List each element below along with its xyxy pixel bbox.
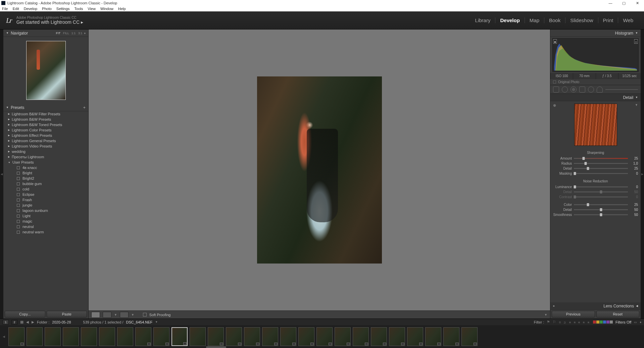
preset-item[interactable]: jungle xyxy=(3,202,88,208)
menu-view[interactable]: View xyxy=(88,7,96,11)
preset-item[interactable]: Bright2 xyxy=(3,176,88,181)
minimize-button[interactable]: — xyxy=(604,1,617,5)
filmstrip-thumb[interactable] xyxy=(443,327,459,346)
navigator-header[interactable]: ▼ Navigator FIT FILL 1:1 3:1 ♦ xyxy=(3,30,88,37)
slider-knob[interactable] xyxy=(600,190,602,193)
slider-track[interactable] xyxy=(574,196,628,197)
module-develop[interactable]: Develop xyxy=(495,17,524,23)
second-window-button[interactable]: 2 xyxy=(11,320,17,325)
preset-folder[interactable]: ▶Lightroom B&W Toned Presets xyxy=(3,122,88,127)
preset-folder[interactable]: ▶Lightroom General Presets xyxy=(3,138,88,143)
filter-icon-2[interactable]: ≥ xyxy=(564,320,566,324)
color-swatch[interactable] xyxy=(593,321,596,324)
preset-item[interactable]: bubble gum xyxy=(3,181,88,186)
detail-header[interactable]: Detail ▼ xyxy=(550,94,641,101)
reset-button[interactable]: Reset xyxy=(596,311,640,317)
filmstrip-thumb[interactable] xyxy=(45,327,61,346)
module-library[interactable]: Library xyxy=(470,17,495,23)
filters-off-label[interactable]: Filters Off xyxy=(615,320,631,324)
color-swatch[interactable] xyxy=(610,321,613,324)
adjustment-brush-tool[interactable] xyxy=(597,86,603,93)
preset-folder[interactable]: ▶Пресеты Lightroom xyxy=(3,154,88,160)
slider-knob[interactable] xyxy=(574,195,576,198)
filmstrip-thumb[interactable] xyxy=(244,327,260,346)
menu-settings[interactable]: Settings xyxy=(56,7,70,11)
crop-tool[interactable] xyxy=(553,86,559,93)
slider-value[interactable]: 50 xyxy=(628,213,638,217)
preset-item[interactable]: neutral warm xyxy=(3,229,88,235)
slider-value[interactable]: 0 xyxy=(628,195,638,199)
histogram-display[interactable] xyxy=(552,38,639,72)
filename-dropdown-icon[interactable]: ▼ xyxy=(155,321,158,324)
slider-value[interactable]: 50 xyxy=(628,208,638,212)
preset-folder-user[interactable]: ▼User Presets xyxy=(3,160,88,165)
module-print[interactable]: Print xyxy=(598,17,618,23)
zoom-dropdown-icon[interactable]: ♦ xyxy=(84,32,86,35)
filmstrip-thumb[interactable] xyxy=(190,327,206,346)
color-swatch[interactable] xyxy=(600,321,603,324)
tool-slider[interactable] xyxy=(605,89,638,90)
filmstrip-thumb[interactable] xyxy=(99,327,115,346)
filter-lock-icon[interactable]: ▭ xyxy=(634,321,637,324)
slider-knob[interactable] xyxy=(600,213,602,216)
slider-knob[interactable] xyxy=(574,172,576,175)
module-map[interactable]: Map xyxy=(525,17,544,23)
menu-develop[interactable]: Develop xyxy=(24,7,37,11)
nav-prev-icon[interactable]: ◀ xyxy=(26,320,29,324)
filmstrip-thumb[interactable] xyxy=(262,327,278,346)
slider-knob[interactable] xyxy=(600,208,602,211)
filmstrip-thumb[interactable] xyxy=(81,327,97,346)
preset-item[interactable]: Bright xyxy=(3,170,88,176)
module-web[interactable]: Web xyxy=(618,17,638,23)
slider-knob[interactable] xyxy=(574,185,576,188)
original-photo-row[interactable]: Original Photo xyxy=(550,79,641,85)
preset-item[interactable]: lagoon sunburn xyxy=(3,208,88,213)
filmstrip[interactable]: ◀ xyxy=(0,325,644,348)
filmstrip-thumb[interactable] xyxy=(335,327,351,346)
left-panel-toggle[interactable]: ◀ xyxy=(0,30,3,318)
detail-swatch[interactable] xyxy=(574,104,617,146)
slider-track[interactable] xyxy=(574,204,628,205)
slider-value[interactable]: 50 xyxy=(628,190,638,194)
filmstrip-thumb[interactable] xyxy=(371,327,387,346)
before-after-button[interactable] xyxy=(103,312,111,318)
filmstrip-thumb[interactable] xyxy=(461,327,478,346)
preset-folder[interactable]: ▶Lightroom Effect Presets xyxy=(3,133,88,138)
loupe-view-button[interactable] xyxy=(91,312,100,318)
slider-value[interactable]: 0 xyxy=(628,185,638,189)
folder-name[interactable]: 2020-05-28 xyxy=(52,320,71,324)
slider-value[interactable]: 25 xyxy=(628,157,638,160)
filmstrip-thumb[interactable] xyxy=(298,327,314,346)
presets-header[interactable]: ▼ Presets + xyxy=(3,104,88,111)
soft-proofing-checkbox[interactable] xyxy=(143,313,147,316)
navigator-preview[interactable] xyxy=(3,37,88,104)
color-swatch[interactable] xyxy=(606,321,609,324)
detail-target-icon[interactable]: ⊕ xyxy=(553,103,556,108)
slider-value[interactable]: 25 xyxy=(628,203,638,207)
detail-zoom-dropdown[interactable]: ▼ xyxy=(635,103,638,107)
slider-track[interactable] xyxy=(574,158,628,159)
filmstrip-thumb[interactable] xyxy=(280,327,296,346)
color-swatch[interactable] xyxy=(596,321,599,324)
filmstrip-thumb[interactable] xyxy=(208,327,224,346)
module-slideshow[interactable]: Slideshow xyxy=(565,17,598,23)
preset-item[interactable]: Frash xyxy=(3,197,88,202)
color-swatch[interactable] xyxy=(603,321,606,324)
grid-view-icon[interactable]: ▦ xyxy=(20,320,23,324)
menu-edit[interactable]: Edit xyxy=(13,7,19,11)
slider-knob[interactable] xyxy=(582,157,585,160)
previous-button[interactable]: Previous xyxy=(552,311,595,317)
menu-help[interactable]: Help xyxy=(118,7,126,11)
slider-track[interactable] xyxy=(574,168,628,169)
image-canvas[interactable] xyxy=(89,30,550,310)
preset-item[interactable]: cold xyxy=(3,186,88,192)
filmstrip-thumb[interactable] xyxy=(407,327,423,346)
original-photo-checkbox[interactable] xyxy=(553,80,556,83)
paste-button[interactable]: Paste xyxy=(47,311,87,317)
preset-folder[interactable]: ▶Lightroom Video Presets xyxy=(3,143,88,149)
graduated-filter-tool[interactable] xyxy=(579,86,585,93)
filmstrip-thumb[interactable] xyxy=(27,327,43,346)
spot-removal-tool[interactable] xyxy=(562,86,568,93)
flag-pick-filter-icon[interactable]: ⚑ xyxy=(547,320,550,324)
filmstrip-scrollbar[interactable] xyxy=(206,346,226,348)
